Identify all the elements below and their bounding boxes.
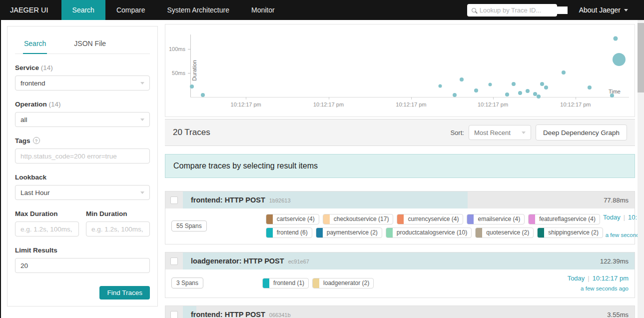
- scatter-point[interactable]: [201, 93, 205, 97]
- trace-relative-time: a few seconds ago: [568, 286, 629, 292]
- service-color-swatch: [467, 214, 474, 224]
- service-tag-pill[interactable]: emailservice (4): [467, 214, 525, 224]
- service-color-swatch: [316, 228, 323, 238]
- trace-select-checkbox[interactable]: [170, 196, 178, 204]
- deep-dependency-graph-button[interactable]: Deep Dependency Graph: [536, 124, 627, 140]
- scatter-point[interactable]: [562, 70, 566, 74]
- top-nav: JAEGER UI SearchCompareSystem Architectu…: [0, 0, 644, 20]
- nav-item-compare[interactable]: Compare: [105, 0, 156, 20]
- service-tag-pill[interactable]: loadgenerator (2): [312, 278, 374, 288]
- scatter-point[interactable]: [613, 53, 626, 66]
- lookback-select[interactable]: Last Hour: [15, 185, 150, 200]
- scatter-point[interactable]: [526, 89, 530, 93]
- trace-select-checkbox[interactable]: [170, 311, 178, 318]
- service-tag-row: frontend (1)loadgenerator (2): [262, 278, 374, 288]
- search-sidebar: SearchJSON File Service (14) frontend Op…: [7, 26, 158, 306]
- scatter-point[interactable]: [489, 83, 492, 86]
- scatter-point[interactable]: [588, 86, 592, 90]
- search-icon: [472, 8, 476, 12]
- about-jaeger-menu[interactable]: About Jaeger: [579, 0, 628, 20]
- nav-item-system-architecture[interactable]: System Architecture: [156, 0, 241, 20]
- span-count-pill[interactable]: 55 Spans: [171, 220, 207, 232]
- service-tag-pill[interactable]: frontend (1): [262, 278, 309, 288]
- scatter-point[interactable]: [474, 88, 478, 92]
- service-tag-label: productcatalogservice (10): [393, 228, 471, 238]
- trace-id: ec91e67: [288, 258, 309, 264]
- scatter-point[interactable]: [438, 84, 442, 88]
- scatter-point[interactable]: [453, 93, 457, 97]
- trace-date-time[interactable]: Today|10:12:17 pm: [568, 274, 629, 282]
- service-tag-label: frontend (6): [273, 228, 312, 238]
- limit-results-label: Limit Results: [15, 246, 150, 254]
- service-color-swatch: [476, 228, 482, 238]
- max-duration-input[interactable]: [15, 222, 79, 236]
- chevron-down-icon: [140, 82, 144, 84]
- trace-select-checkbox[interactable]: [170, 258, 178, 265]
- service-tag-pill[interactable]: paymentservice (2): [316, 228, 382, 238]
- min-duration-input[interactable]: [86, 222, 150, 236]
- service-tag-pill[interactable]: frontend (6): [266, 228, 312, 238]
- trace-count: 20 Traces: [173, 128, 210, 138]
- trace-card[interactable]: frontend: HTTP POST066341b 3.55ms: [165, 306, 635, 318]
- compare-banner: Compare traces by selecting result items: [165, 154, 635, 178]
- service-tag-pill[interactable]: quoteservice (2): [475, 228, 534, 238]
- trace-card[interactable]: loadgenerator: HTTP POSTec91e67 122.39ms…: [165, 252, 635, 298]
- service-color-swatch: [263, 278, 269, 288]
- service-tag-pill[interactable]: productcatalogservice (10): [386, 228, 472, 238]
- scatter-point[interactable]: [533, 92, 537, 96]
- scatter-point[interactable]: [190, 84, 194, 88]
- x-tick-mark: [246, 97, 246, 100]
- service-tag-pill[interactable]: featureflagservice (4): [528, 214, 600, 224]
- service-color-swatch: [313, 278, 319, 288]
- y-tick-mark: [188, 49, 190, 50]
- x-tick-label: 10:12:17 pm: [556, 102, 596, 108]
- trace-lookup-box[interactable]: [467, 4, 557, 16]
- operation-select[interactable]: all: [15, 112, 150, 127]
- scatter-point[interactable]: [610, 94, 614, 98]
- trace-card-header[interactable]: frontend: HTTP POST066341b 3.55ms: [165, 306, 635, 318]
- trace-card-body: 3 Spans frontend (1)loadgenerator (2) To…: [165, 270, 635, 298]
- service-tag-label: shippingservice (2): [544, 228, 603, 238]
- service-tag-pill[interactable]: cartservice (4): [266, 214, 319, 224]
- trace-card-header[interactable]: frontend: HTTP POST1b92613 77.88ms: [165, 192, 635, 208]
- trace-card[interactable]: frontend: HTTP POST1b92613 77.88ms 55 Sp…: [165, 191, 635, 244]
- scatter-point[interactable]: [540, 82, 544, 86]
- limit-results-input[interactable]: [15, 258, 150, 273]
- tags-input[interactable]: [15, 148, 150, 164]
- help-icon[interactable]: ?: [33, 137, 40, 144]
- scatter-point[interactable]: [512, 82, 516, 86]
- trace-lookup-input[interactable]: [480, 6, 568, 14]
- scatter-point[interactable]: [505, 92, 509, 96]
- scrollbar-track[interactable]: [638, 20, 644, 318]
- trace-title: loadgenerator: HTTP POSTec91e67: [183, 257, 309, 265]
- about-jaeger-label: About Jaeger: [579, 6, 621, 14]
- find-traces-button[interactable]: Find Traces: [99, 286, 150, 300]
- nav-item-search[interactable]: Search: [61, 0, 105, 20]
- sidebar-tabs: SearchJSON File: [15, 26, 150, 54]
- service-tag-pill[interactable]: checkoutservice (17): [323, 214, 394, 224]
- sidebar-tab-json-file[interactable]: JSON File: [73, 36, 107, 54]
- y-axis-title: Duration: [191, 56, 197, 86]
- y-tick-label: 50ms: [165, 70, 185, 76]
- scatter-point[interactable]: [460, 78, 464, 82]
- scatter-point[interactable]: [537, 94, 541, 98]
- scatter-point[interactable]: [544, 86, 548, 90]
- trace-title: frontend: HTTP POST066341b: [183, 310, 291, 318]
- service-color-swatch: [538, 228, 544, 238]
- service-tag-pill[interactable]: currencyservice (4): [397, 214, 463, 224]
- date-separator: |: [585, 274, 592, 282]
- sidebar-tab-search[interactable]: Search: [23, 36, 47, 54]
- trace-card-header[interactable]: loadgenerator: HTTP POSTec91e67 122.39ms: [165, 252, 635, 270]
- service-select[interactable]: frontend: [15, 76, 150, 90]
- span-count-pill[interactable]: 3 Spans: [171, 278, 203, 288]
- scatter-point[interactable]: [614, 36, 618, 40]
- scatter-point[interactable]: [518, 91, 522, 95]
- nav-item-monitor[interactable]: Monitor: [240, 0, 286, 20]
- scrollbar-thumb[interactable]: [638, 23, 644, 92]
- service-tag-pill[interactable]: shippingservice (2): [537, 228, 603, 238]
- service-color-swatch: [323, 214, 330, 224]
- trace-title: frontend: HTTP POST1b92613: [183, 196, 291, 204]
- service-color-swatch: [397, 214, 404, 224]
- sort-select[interactable]: Most Recent: [469, 125, 531, 140]
- service-color-swatch: [266, 228, 273, 238]
